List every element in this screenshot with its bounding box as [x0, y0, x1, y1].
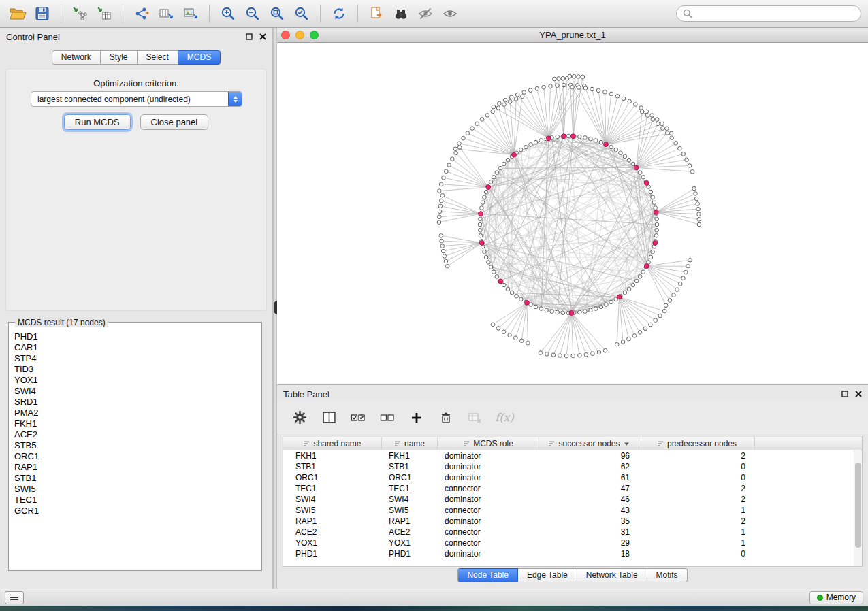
cell-successor_nodes: 29	[539, 538, 639, 548]
mcds-result-item[interactable]: SRD1	[14, 397, 261, 408]
table-row[interactable]: STB1STB1dominator620	[283, 461, 862, 472]
cell-shared_name: RAP1	[283, 516, 382, 526]
table-row[interactable]: SWI4SWI4dominator462	[283, 494, 862, 505]
table-row[interactable]: TEC1TEC1connector472	[283, 483, 862, 494]
close-panel-button[interactable]: Close panel	[140, 114, 209, 130]
column-sort-icon	[463, 440, 470, 447]
tab-network[interactable]: Network	[52, 50, 101, 65]
show-graphics-details-button[interactable]	[439, 3, 461, 24]
memory-button[interactable]: Memory	[809, 591, 863, 604]
zoom-fit-button[interactable]	[266, 3, 288, 24]
run-mcds-button[interactable]: Run MCDS	[64, 114, 131, 130]
network-graph-canvas[interactable]	[277, 43, 868, 384]
table-row[interactable]: SWI5SWI5connector431	[283, 505, 862, 516]
column-header-MCDS-role[interactable]: MCDS role	[438, 437, 539, 450]
export-image-button[interactable]	[180, 3, 202, 24]
table-row[interactable]: RAP1RAP1dominator352	[283, 516, 862, 527]
export-network-icon	[133, 5, 150, 22]
mcds-result-item[interactable]: ACE2	[14, 429, 261, 440]
save-session-button[interactable]	[31, 3, 53, 24]
table-row[interactable]: ORC1ORC1dominator610	[283, 472, 862, 483]
table-row[interactable]: PHD1PHD1dominator180	[283, 548, 862, 559]
open-session-button[interactable]	[7, 3, 29, 24]
import-table-button[interactable]	[93, 3, 115, 24]
close-panel-icon[interactable]	[259, 33, 266, 40]
toolbar-separator	[357, 5, 358, 22]
tab-edge-table[interactable]: Edge Table	[518, 568, 577, 582]
clone-document-icon	[368, 5, 385, 22]
column-header-predecessor-nodes[interactable]: predecessor nodes	[639, 437, 755, 450]
cell-predecessor_nodes: 0	[639, 473, 755, 482]
criterion-select[interactable]: largest connected component (undirected)	[31, 91, 242, 107]
table-header-row: shared namenameMCDS rolesuccessor nodesp…	[283, 437, 862, 450]
mcds-result-item[interactable]: PMA2	[14, 408, 261, 418]
network-window-titlebar[interactable]: YPA_prune.txt_1	[277, 28, 868, 43]
mcds-result-item[interactable]: STB5	[14, 440, 261, 451]
close-panel-icon[interactable]	[855, 391, 862, 397]
show-columns-button[interactable]	[320, 409, 338, 427]
column-header-shared-name[interactable]: shared name	[283, 437, 382, 450]
import-network-button[interactable]	[69, 3, 91, 24]
tab-style[interactable]: Style	[101, 50, 138, 65]
columns-icon	[322, 410, 336, 425]
mcds-result-item[interactable]: ORC1	[14, 451, 261, 462]
tab-node-table[interactable]: Node Table	[457, 568, 518, 582]
splitter-collapse-control[interactable]	[274, 303, 276, 312]
mcds-result-item[interactable]: GCR1	[14, 506, 261, 516]
zoom-fit-icon	[269, 5, 285, 22]
cell-successor_nodes: 46	[539, 495, 639, 504]
cell-successor_nodes: 35	[539, 516, 639, 526]
tab-mcds[interactable]: MCDS	[178, 50, 221, 65]
mcds-result-item[interactable]: SWI5	[14, 484, 261, 495]
panel-menu-button[interactable]	[5, 591, 24, 604]
mcds-result-item[interactable]: TID3	[14, 364, 261, 375]
float-panel-icon[interactable]	[246, 33, 253, 40]
mcds-result-item[interactable]: STP4	[14, 353, 261, 364]
mcds-result-item[interactable]: PHD1	[14, 331, 261, 342]
tab-motifs[interactable]: Motifs	[647, 568, 688, 582]
mcds-result-item[interactable]: STB1	[14, 473, 261, 484]
export-table-button[interactable]	[155, 3, 177, 24]
add-column-button[interactable]	[408, 409, 425, 427]
mcds-result-list[interactable]: PHD1CAR1STP4TID3YOX1SWI4SRD1PMA2FKH1ACE2…	[10, 327, 261, 569]
deselect-all-rows-button[interactable]	[379, 409, 396, 427]
search-box[interactable]	[676, 5, 861, 22]
mcds-result-item[interactable]: SWI4	[14, 386, 261, 397]
mcds-result-item[interactable]: YOX1	[14, 375, 261, 386]
tab-network-table[interactable]: Network Table	[577, 568, 647, 582]
table-settings-button[interactable]	[291, 409, 308, 427]
zoom-selected-button[interactable]	[291, 3, 312, 24]
cell-mcds_role: connector	[438, 527, 539, 537]
zoom-in-button[interactable]	[217, 3, 239, 24]
table-row[interactable]: ACE2ACE2connector311	[283, 527, 862, 538]
table-scrollbar[interactable]	[854, 450, 862, 566]
function-builder-button[interactable]: f(x)	[496, 409, 513, 427]
cell-shared_name: PHD1	[283, 549, 382, 559]
select-all-rows-button[interactable]	[349, 409, 367, 427]
plus-icon	[410, 411, 423, 425]
hide-graphics-details-button[interactable]	[415, 3, 436, 24]
column-header-filler	[755, 437, 862, 450]
table-row[interactable]: FKH1FKH1dominator962	[283, 450, 862, 461]
import-table-disabled-button[interactable]	[466, 409, 484, 427]
cell-shared_name: TEC1	[283, 484, 382, 493]
mcds-result-item[interactable]: FKH1	[14, 418, 261, 429]
cell-predecessor_nodes: 1	[639, 527, 755, 537]
column-header-successor-nodes[interactable]: successor nodes	[539, 437, 639, 450]
mcds-result-item[interactable]: TEC1	[14, 495, 261, 506]
mcds-result-item[interactable]: RAP1	[14, 462, 261, 473]
column-header-name[interactable]: name	[382, 437, 438, 450]
scrollbar-thumb[interactable]	[855, 463, 861, 548]
table-row[interactable]: YOX1YOX1connector291	[283, 538, 862, 548]
mcds-result-item[interactable]: CAR1	[14, 342, 261, 353]
search-binoculars-button[interactable]	[390, 3, 412, 24]
refresh-view-button[interactable]	[328, 3, 350, 24]
cell-name: SWI4	[382, 495, 438, 504]
clone-network-button[interactable]	[366, 3, 387, 24]
search-input[interactable]	[696, 9, 854, 18]
export-network-button[interactable]	[131, 3, 152, 24]
delete-columns-button[interactable]	[437, 409, 455, 427]
tab-select[interactable]: Select	[138, 50, 178, 65]
float-panel-icon[interactable]	[841, 391, 848, 397]
zoom-out-button[interactable]	[242, 3, 263, 24]
